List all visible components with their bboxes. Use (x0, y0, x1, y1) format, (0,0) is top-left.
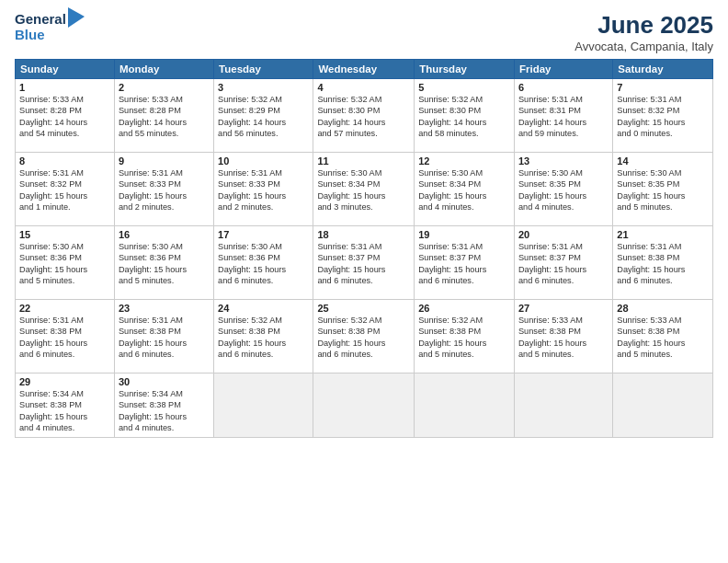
col-wednesday: Wednesday (313, 60, 415, 79)
day-info: Sunrise: 5:32 AM Sunset: 8:38 PM Dayligh… (218, 315, 309, 361)
day-number: 19 (418, 229, 510, 240)
title-block: June 2025 Avvocata, Campania, Italy (574, 11, 713, 53)
col-saturday: Saturday (613, 60, 713, 79)
table-row: 10Sunrise: 5:31 AM Sunset: 8:33 PM Dayli… (214, 153, 313, 226)
day-number: 5 (418, 82, 510, 93)
day-info: Sunrise: 5:33 AM Sunset: 8:28 PM Dayligh… (119, 94, 210, 140)
table-row: 18Sunrise: 5:31 AM Sunset: 8:37 PM Dayli… (313, 226, 415, 300)
table-row: 28Sunrise: 5:33 AM Sunset: 8:38 PM Dayli… (613, 300, 713, 373)
day-number: 26 (418, 303, 510, 314)
table-row: 7Sunrise: 5:31 AM Sunset: 8:32 PM Daylig… (613, 79, 713, 153)
day-info: Sunrise: 5:30 AM Sunset: 8:35 PM Dayligh… (617, 167, 709, 213)
day-number: 24 (218, 303, 309, 314)
logo-general: General (15, 12, 66, 28)
day-number: 23 (119, 303, 210, 314)
col-thursday: Thursday (415, 60, 515, 79)
header: General Blue June 2025 Avvocata, Campani… (15, 11, 713, 53)
day-info: Sunrise: 5:32 AM Sunset: 8:38 PM Dayligh… (418, 315, 510, 361)
table-row (415, 373, 515, 438)
day-number: 25 (317, 303, 410, 314)
table-row (514, 373, 612, 438)
day-info: Sunrise: 5:31 AM Sunset: 8:38 PM Dayligh… (119, 315, 210, 361)
table-row: 13Sunrise: 5:30 AM Sunset: 8:35 PM Dayli… (514, 153, 612, 226)
day-number: 15 (19, 229, 110, 240)
day-number: 1 (19, 82, 110, 93)
day-info: Sunrise: 5:31 AM Sunset: 8:33 PM Dayligh… (119, 167, 210, 213)
table-row: 9Sunrise: 5:31 AM Sunset: 8:33 PM Daylig… (114, 153, 213, 226)
table-row: 23Sunrise: 5:31 AM Sunset: 8:38 PM Dayli… (114, 300, 213, 373)
logo: General Blue (15, 11, 85, 43)
day-info: Sunrise: 5:33 AM Sunset: 8:38 PM Dayligh… (617, 315, 709, 361)
col-sunday: Sunday (16, 60, 115, 79)
day-number: 22 (19, 303, 110, 314)
day-number: 6 (518, 82, 609, 93)
day-info: Sunrise: 5:32 AM Sunset: 8:38 PM Dayligh… (317, 315, 410, 361)
svg-marker-0 (68, 7, 85, 28)
day-info: Sunrise: 5:31 AM Sunset: 8:37 PM Dayligh… (418, 241, 510, 287)
col-monday: Monday (114, 60, 213, 79)
day-info: Sunrise: 5:31 AM Sunset: 8:37 PM Dayligh… (518, 241, 609, 287)
table-row: 8Sunrise: 5:31 AM Sunset: 8:32 PM Daylig… (16, 153, 115, 226)
day-info: Sunrise: 5:31 AM Sunset: 8:32 PM Dayligh… (617, 94, 709, 140)
day-number: 12 (418, 155, 510, 167)
day-number: 30 (119, 376, 210, 387)
table-row (214, 373, 313, 438)
day-info: Sunrise: 5:31 AM Sunset: 8:33 PM Dayligh… (218, 167, 309, 213)
day-info: Sunrise: 5:31 AM Sunset: 8:38 PM Dayligh… (19, 315, 110, 361)
table-row: 26Sunrise: 5:32 AM Sunset: 8:38 PM Dayli… (415, 300, 515, 373)
table-row: 3Sunrise: 5:32 AM Sunset: 8:29 PM Daylig… (214, 79, 313, 153)
day-number: 9 (119, 155, 210, 167)
day-number: 18 (317, 229, 410, 240)
table-row: 6Sunrise: 5:31 AM Sunset: 8:31 PM Daylig… (514, 79, 612, 153)
day-info: Sunrise: 5:30 AM Sunset: 8:36 PM Dayligh… (218, 241, 309, 287)
day-number: 17 (218, 229, 309, 240)
day-number: 14 (617, 155, 709, 167)
table-row: 19Sunrise: 5:31 AM Sunset: 8:37 PM Dayli… (415, 226, 515, 300)
day-number: 28 (617, 303, 709, 314)
table-row: 29Sunrise: 5:34 AM Sunset: 8:38 PM Dayli… (16, 373, 115, 438)
table-row: 1Sunrise: 5:33 AM Sunset: 8:28 PM Daylig… (16, 79, 115, 153)
page: General Blue June 2025 Avvocata, Campani… (0, 0, 728, 563)
day-number: 21 (617, 229, 709, 240)
logo-text: General Blue (15, 11, 85, 43)
day-info: Sunrise: 5:33 AM Sunset: 8:28 PM Dayligh… (19, 94, 110, 140)
day-number: 3 (218, 82, 309, 93)
table-row: 17Sunrise: 5:30 AM Sunset: 8:36 PM Dayli… (214, 226, 313, 300)
day-info: Sunrise: 5:34 AM Sunset: 8:38 PM Dayligh… (119, 388, 210, 434)
calendar-header-row: Sunday Monday Tuesday Wednesday Thursday… (16, 60, 713, 79)
day-number: 16 (119, 229, 210, 240)
day-number: 10 (218, 155, 309, 167)
day-info: Sunrise: 5:30 AM Sunset: 8:35 PM Dayligh… (518, 167, 609, 213)
table-row: 2Sunrise: 5:33 AM Sunset: 8:28 PM Daylig… (114, 79, 213, 153)
day-info: Sunrise: 5:32 AM Sunset: 8:29 PM Dayligh… (218, 94, 309, 140)
day-number: 8 (19, 155, 110, 167)
table-row: 11Sunrise: 5:30 AM Sunset: 8:34 PM Dayli… (313, 153, 415, 226)
table-row: 24Sunrise: 5:32 AM Sunset: 8:38 PM Dayli… (214, 300, 313, 373)
table-row: 16Sunrise: 5:30 AM Sunset: 8:36 PM Dayli… (114, 226, 213, 300)
table-row: 12Sunrise: 5:30 AM Sunset: 8:34 PM Dayli… (415, 153, 515, 226)
day-number: 4 (317, 82, 410, 93)
day-number: 11 (317, 155, 410, 167)
day-info: Sunrise: 5:33 AM Sunset: 8:38 PM Dayligh… (518, 315, 609, 361)
table-row: 25Sunrise: 5:32 AM Sunset: 8:38 PM Dayli… (313, 300, 415, 373)
day-number: 27 (518, 303, 609, 314)
day-info: Sunrise: 5:30 AM Sunset: 8:36 PM Dayligh… (19, 241, 110, 287)
col-friday: Friday (514, 60, 612, 79)
table-row: 22Sunrise: 5:31 AM Sunset: 8:38 PM Dayli… (16, 300, 115, 373)
table-row (613, 373, 713, 438)
day-info: Sunrise: 5:30 AM Sunset: 8:34 PM Dayligh… (418, 167, 510, 213)
calendar-table: Sunday Monday Tuesday Wednesday Thursday… (15, 59, 713, 438)
day-info: Sunrise: 5:31 AM Sunset: 8:38 PM Dayligh… (617, 241, 709, 287)
day-info: Sunrise: 5:31 AM Sunset: 8:32 PM Dayligh… (19, 167, 110, 213)
table-row: 30Sunrise: 5:34 AM Sunset: 8:38 PM Dayli… (114, 373, 213, 438)
logo-icon (68, 7, 85, 28)
day-number: 7 (617, 82, 709, 93)
day-number: 29 (19, 376, 110, 387)
table-row: 5Sunrise: 5:32 AM Sunset: 8:30 PM Daylig… (415, 79, 515, 153)
table-row: 21Sunrise: 5:31 AM Sunset: 8:38 PM Dayli… (613, 226, 713, 300)
logo-blue: Blue (15, 28, 85, 43)
col-tuesday: Tuesday (214, 60, 313, 79)
table-row (313, 373, 415, 438)
table-row: 20Sunrise: 5:31 AM Sunset: 8:37 PM Dayli… (514, 226, 612, 300)
table-row: 27Sunrise: 5:33 AM Sunset: 8:38 PM Dayli… (514, 300, 612, 373)
